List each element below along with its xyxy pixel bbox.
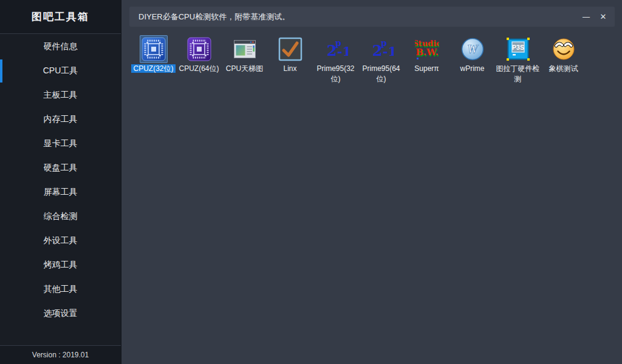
category-description: DIYER必备CPU检测软件，附带基准测试。 <box>129 12 578 22</box>
linx-check-icon <box>278 37 302 61</box>
sidebar-item[interactable]: 选项设置 <box>0 302 121 326</box>
app-window: { "sidebar": { "title": "图吧工具箱", "select… <box>0 0 622 364</box>
tool-item[interactable]: Linx <box>267 35 313 74</box>
tool-item[interactable]: CPU天梯图 <box>222 35 267 74</box>
sidebar-item[interactable]: 硬件信息 <box>0 35 121 59</box>
sidebar-item-label: 外设工具 <box>44 235 78 246</box>
sidebar-item-label: 选项设置 <box>44 308 78 319</box>
sidebar-item[interactable]: 显卡工具 <box>0 132 121 156</box>
svg-text:-1: -1 <box>383 44 394 59</box>
tool-item[interactable]: 2 p -1 Prime95(64位) <box>358 35 404 84</box>
tool-icon: Studio Studio B.W. B.W. <box>413 35 441 63</box>
cpuz64-icon <box>187 37 211 61</box>
category-header: DIYER必备CPU检测软件，附带基准测试。 — ✕ <box>129 7 615 27</box>
tool-icon <box>550 35 578 63</box>
sidebar-item[interactable]: 硬盘工具 <box>0 156 121 180</box>
sidebar-item[interactable]: 内存工具 <box>0 107 121 132</box>
tool-label: 象棋测试 <box>541 64 586 74</box>
tool-label: CPU天梯图 <box>222 64 267 74</box>
tool-item[interactable]: CPUZ(32位) <box>131 35 176 74</box>
close-button[interactable]: ✕ <box>595 7 612 27</box>
tool-icon: 2 p -1 <box>367 35 395 63</box>
tool-item[interactable]: 2 p -1 Prime95(32位) <box>313 35 358 84</box>
sidebar-item[interactable]: 烤鸡工具 <box>0 253 121 277</box>
svg-text:-1: -1 <box>337 44 348 59</box>
sidebar-item[interactable]: 主板工具 <box>0 83 121 107</box>
cpuz32-icon <box>142 37 166 61</box>
sidebar-item-label: 屏幕工具 <box>44 187 78 198</box>
wprime-icon: W <box>460 37 485 61</box>
sidebar-item-label: 其他工具 <box>44 284 78 295</box>
sidebar-item-label: 主板工具 <box>44 90 78 101</box>
tool-label: wPrime <box>449 64 495 74</box>
tool-icon <box>231 35 259 63</box>
tool-icon: W <box>459 35 487 63</box>
prime95-icon: 2 p -1 <box>324 37 348 61</box>
sidebar: 图吧工具箱 硬件信息 CPU工具 主板工具 内存工具 显卡工具 硬盘工具 屏幕工… <box>0 0 121 364</box>
sidebar-item-label: 烤鸡工具 <box>44 260 78 271</box>
tool-item[interactable]: 象棋测试 <box>541 35 586 74</box>
superpi-icon: Studio Studio B.W. B.W. <box>415 37 439 61</box>
prime95-icon: 2 p -1 <box>369 37 394 61</box>
tool-icon: P3S <box>504 35 532 63</box>
sidebar-menu: 硬件信息 CPU工具 主板工具 内存工具 显卡工具 硬盘工具 屏幕工具 综合检测… <box>0 34 121 345</box>
sidebar-item[interactable]: 其他工具 <box>0 277 121 302</box>
minimize-button[interactable]: — <box>578 7 595 27</box>
sidebar-item-label: 硬盘工具 <box>44 163 78 174</box>
sidebar-item-label: CPU工具 <box>43 66 78 76</box>
sidebar-item[interactable]: 综合检测 <box>0 204 121 229</box>
tool-icon <box>276 35 304 63</box>
version-label: Version : 2019.01 <box>0 345 121 364</box>
tool-item[interactable]: W wPrime <box>449 35 495 74</box>
ladder-window-icon <box>233 37 257 61</box>
p3s-icon: P3S <box>506 37 530 61</box>
tool-label: Linx <box>267 64 313 74</box>
sidebar-item-label: 硬件信息 <box>44 41 78 52</box>
tool-icon <box>140 35 168 63</box>
tool-item[interactable]: P3S 图拉丁硬件检测 <box>495 35 541 84</box>
tool-label: Superπ <box>404 64 449 74</box>
svg-text:P3S: P3S <box>512 44 524 51</box>
tool-label: CPUZ(64位) <box>176 64 222 74</box>
sidebar-item[interactable]: 外设工具 <box>0 229 121 253</box>
main-panel: DIYER必备CPU检测软件，附带基准测试。 — ✕ CPUZ(32位) <box>122 0 622 364</box>
sidebar-item-label: 综合检测 <box>44 211 78 222</box>
tool-icon: 2 p -1 <box>322 35 350 63</box>
tool-label: Prime95(64位) <box>358 64 404 84</box>
svg-text:W: W <box>467 42 479 56</box>
tool-label: Prime95(32位) <box>313 64 358 84</box>
tool-icon <box>185 35 213 63</box>
sidebar-item-label: 显卡工具 <box>44 138 78 149</box>
svg-text:B.W.: B.W. <box>415 47 439 58</box>
tool-label: CPUZ(32位) <box>131 64 176 74</box>
tool-item[interactable]: Studio Studio B.W. B.W. Superπ <box>404 35 449 74</box>
sidebar-item[interactable]: 屏幕工具 <box>0 180 121 204</box>
sidebar-item[interactable]: CPU工具 <box>0 59 121 83</box>
sidebar-item-label: 内存工具 <box>44 114 78 125</box>
tool-grid: CPUZ(32位) CPUZ(64位) <box>131 35 617 90</box>
tool-item[interactable]: CPUZ(64位) <box>176 35 222 74</box>
tool-label: 图拉丁硬件检测 <box>495 64 541 84</box>
chess-smiley-icon <box>552 37 576 61</box>
app-title: 图吧工具箱 <box>0 0 121 34</box>
